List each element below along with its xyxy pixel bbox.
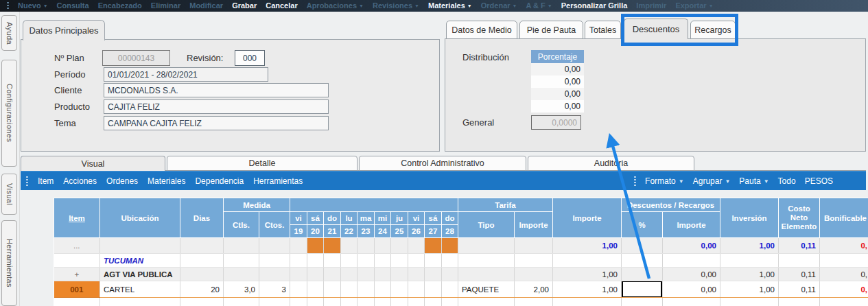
grid-header-ubicacion[interactable]: Ubicación xyxy=(100,198,180,238)
cell-descuento-importe[interactable]: 0,00 xyxy=(663,238,720,254)
toolbar-item-agrupar[interactable]: Agrupar▼ xyxy=(693,176,731,186)
cell-descuento-porcentaje[interactable] xyxy=(622,281,663,298)
cell-bonificable[interactable]: 0, xyxy=(820,238,868,254)
cell-ubicacion[interactable]: AGT VIA PUBLICA xyxy=(100,268,180,281)
producto-input[interactable] xyxy=(104,99,329,114)
cell-day-26[interactable] xyxy=(408,238,425,254)
cell-day-27[interactable] xyxy=(425,281,442,298)
cell-day-24[interactable] xyxy=(375,281,391,298)
porcentaje-column-header[interactable]: Porcentaje xyxy=(531,50,584,63)
cell-day-27[interactable] xyxy=(425,298,442,306)
cell-dias[interactable]: 20 xyxy=(180,281,224,298)
cell-day-27[interactable] xyxy=(425,254,442,268)
cell-day-24[interactable] xyxy=(375,238,391,254)
grid-header-costo-neto-elemento[interactable]: Costo Neto Elemento xyxy=(779,198,820,238)
cell-ctls[interactable] xyxy=(224,268,259,281)
sidebar-tab-ayuda[interactable]: Ayuda xyxy=(1,15,17,51)
cell-inversion[interactable] xyxy=(720,254,779,268)
tab-detalle[interactable]: Detalle xyxy=(167,156,357,171)
tab-pie-de-pauta[interactable]: Pie de Pauta xyxy=(519,21,583,39)
porcentaje-cell-3[interactable]: 0,00 xyxy=(531,88,584,100)
cell-ubicacion[interactable]: CARTEL xyxy=(100,281,180,298)
cell-day-22[interactable] xyxy=(341,281,357,298)
toolbar-item-pauta[interactable]: Pauta▼ xyxy=(739,176,769,186)
cell-day-28[interactable] xyxy=(442,268,458,281)
cell-importe[interactable]: 1,00 xyxy=(553,268,622,281)
grid-header-dias[interactable]: Dias xyxy=(180,198,224,238)
cell-bonificable[interactable]: 0, xyxy=(820,281,868,298)
cell-day-19[interactable] xyxy=(290,298,307,306)
cell-day-25[interactable] xyxy=(391,254,408,268)
cell-day-28[interactable] xyxy=(442,238,458,254)
grid-header-tarifa-importe[interactable]: Importe xyxy=(515,212,553,238)
cell-descuento-importe[interactable]: 0,00 xyxy=(663,268,720,281)
cell-item[interactable]: ... xyxy=(54,238,100,254)
cell-day-25[interactable] xyxy=(391,268,408,281)
tab-visual[interactable]: Visual xyxy=(21,156,165,171)
cell-ubicacion[interactable] xyxy=(100,298,180,306)
grid-header-tipo[interactable]: Tipo xyxy=(458,212,515,238)
cell-day-22[interactable] xyxy=(341,268,357,281)
cell-day-25[interactable] xyxy=(391,238,408,254)
cell-day-20[interactable] xyxy=(307,254,324,268)
cliente-input[interactable] xyxy=(104,83,329,97)
cell-day-23[interactable] xyxy=(357,281,375,298)
grid-header-importe[interactable]: Importe xyxy=(553,198,622,238)
cell-day-22[interactable] xyxy=(341,254,357,268)
tab-datos-principales[interactable]: Datos Principales xyxy=(23,20,105,40)
cell-ctls[interactable] xyxy=(224,238,259,254)
toolbar-item-pesos[interactable]: PESOS xyxy=(805,176,833,186)
cell-day-28[interactable] xyxy=(442,298,458,306)
toolbar-item-formato[interactable]: Formato▼ xyxy=(645,176,684,186)
porcentaje-cell-4[interactable]: 0,00 xyxy=(531,100,584,113)
cell-day-19[interactable] xyxy=(290,254,307,268)
tab-auditoria[interactable]: Auditoria xyxy=(528,156,694,171)
cell-tarifa-importe[interactable] xyxy=(515,268,553,281)
periodo-input[interactable] xyxy=(104,67,268,82)
cell-costo-neto[interactable] xyxy=(779,298,820,306)
toolbar-item-dependencia[interactable]: Dependencia xyxy=(195,176,244,186)
cell-importe[interactable]: 1,00 xyxy=(553,238,622,254)
cell-inversion[interactable] xyxy=(720,298,779,306)
cell-day-24[interactable] xyxy=(375,254,391,268)
cell-day-21[interactable] xyxy=(324,238,341,254)
toolbar-item-todo[interactable]: Todo xyxy=(778,176,796,186)
cell-descuento-importe[interactable]: 0,00 xyxy=(663,281,720,298)
cell-day-26[interactable] xyxy=(408,268,425,281)
cell-tarifa-importe[interactable]: 2,00 xyxy=(515,281,553,298)
cell-day-20[interactable] xyxy=(307,268,324,281)
cell-ctos[interactable] xyxy=(259,298,290,306)
cell-day-25[interactable] xyxy=(391,281,408,298)
tab-descuentos[interactable]: Descuentos xyxy=(624,19,688,39)
cell-bonificable[interactable]: 0, xyxy=(820,268,868,281)
grid-header-bonificable[interactable]: Bonificable xyxy=(820,198,868,238)
cell-day-19[interactable] xyxy=(290,281,307,298)
cell-day-20[interactable] xyxy=(307,238,324,254)
cell-day-28[interactable] xyxy=(442,254,458,268)
cell-ctos[interactable] xyxy=(259,254,290,268)
cell-ubicacion[interactable]: TUCUMAN xyxy=(100,254,180,268)
cell-dias[interactable] xyxy=(180,254,224,268)
cell-item[interactable]: + xyxy=(54,268,100,281)
cell-dias[interactable] xyxy=(180,268,224,281)
grid-header-porcentaje[interactable]: % xyxy=(622,212,663,238)
cell-ubicacion[interactable] xyxy=(100,238,180,254)
cell-ctls[interactable]: 3,0 xyxy=(224,281,259,298)
cell-day-23[interactable] xyxy=(357,298,375,306)
tema-input[interactable] xyxy=(104,116,329,130)
cell-descuento-porcentaje[interactable] xyxy=(622,268,663,281)
toolbar-item-acciones[interactable]: Acciones xyxy=(63,176,97,186)
toolbar-item-ordenes[interactable]: Ordenes xyxy=(106,176,138,186)
tab-datos-de-medio[interactable]: Datos de Medio xyxy=(446,21,517,39)
sidebar-tab-herramientas[interactable]: Herramientas xyxy=(1,220,17,306)
cell-day-27[interactable] xyxy=(425,238,442,254)
cell-descuento-porcentaje[interactable] xyxy=(622,238,663,254)
grid-header-ctls[interactable]: Ctls. xyxy=(224,212,259,238)
cell-tipo[interactable] xyxy=(458,268,515,281)
cell-item[interactable]: ... xyxy=(54,298,100,306)
cell-importe[interactable] xyxy=(553,254,622,268)
cell-day-22[interactable] xyxy=(341,298,357,306)
cell-ctos[interactable]: 3 xyxy=(259,281,290,298)
cell-tarifa-importe[interactable] xyxy=(515,298,553,306)
revision-input[interactable] xyxy=(235,50,265,66)
